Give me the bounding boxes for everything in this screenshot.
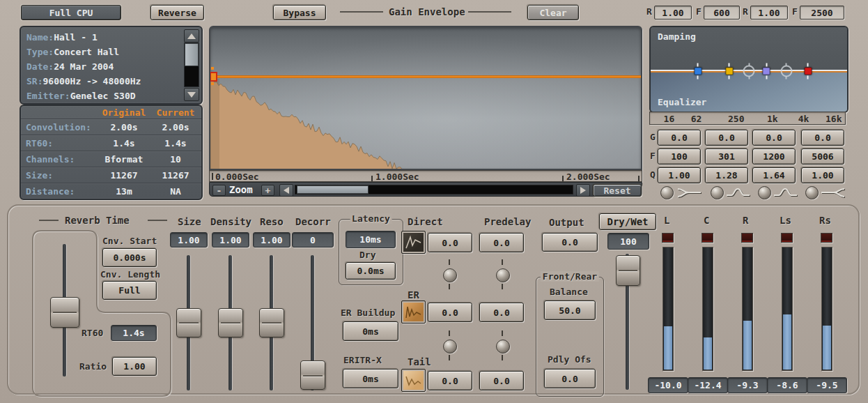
cnv-length-field[interactable]: Full bbox=[102, 281, 157, 300]
preset-scrollbar-track[interactable] bbox=[184, 43, 199, 87]
full-cpu-button[interactable]: Full CPU bbox=[21, 5, 121, 20]
latency-display[interactable]: 10ms bbox=[346, 231, 396, 248]
filter-type-button-4[interactable] bbox=[805, 186, 819, 199]
er-buildup-label: ER Buildup bbox=[341, 307, 395, 318]
zoom-in-button[interactable]: + bbox=[261, 185, 274, 196]
eq-q3-field[interactable]: 1.64 bbox=[752, 167, 796, 183]
zoom-label: Zoom bbox=[229, 184, 253, 195]
eritr-x-field[interactable]: 0ms bbox=[343, 369, 398, 388]
bypass-button[interactable]: Bypass bbox=[273, 5, 326, 20]
reverse-button[interactable]: Reverse bbox=[150, 5, 204, 20]
size-slider-handle[interactable] bbox=[176, 308, 201, 337]
size-slider[interactable] bbox=[176, 255, 200, 390]
eq-g4-field[interactable]: 0.0 bbox=[801, 130, 844, 146]
eq-g2-field[interactable]: 0.0 bbox=[705, 130, 748, 146]
eq-q1-field[interactable]: 1.00 bbox=[658, 167, 701, 183]
clip-indicator-r[interactable] bbox=[741, 233, 753, 243]
eq-f4-field[interactable]: 5006 bbox=[801, 149, 844, 165]
preset-info-panel: Name:Hall - 1 Type:Concert Hall Date:24 … bbox=[20, 26, 203, 105]
er-pan-knob[interactable] bbox=[443, 340, 457, 353]
direct-pan-knob[interactable] bbox=[443, 268, 457, 282]
clear-button[interactable]: Clear bbox=[527, 5, 579, 20]
gain-envelope-line[interactable] bbox=[210, 75, 641, 78]
pdly-ofs-field[interactable]: 0.0 bbox=[544, 369, 596, 388]
dry-wet-slider[interactable] bbox=[616, 254, 639, 390]
eq-q2-field[interactable]: 1.28 bbox=[705, 167, 748, 183]
preset-scroll-down-button[interactable] bbox=[184, 88, 199, 101]
decorr-value-display[interactable]: 0 bbox=[292, 232, 334, 248]
damping-eq-graph[interactable]: Damping Equalizer bbox=[649, 26, 848, 113]
dry-wet-display[interactable]: 100 bbox=[607, 233, 649, 250]
filter-type-button-3[interactable] bbox=[758, 186, 771, 199]
direct-gain-field[interactable]: 0.0 bbox=[428, 233, 472, 252]
eq-band4-point[interactable] bbox=[804, 67, 812, 75]
eq-ghost-point[interactable] bbox=[780, 65, 792, 77]
preset-scroll-up-button[interactable] bbox=[184, 29, 199, 43]
decorr-slider-handle[interactable] bbox=[300, 360, 325, 390]
tail-waveform-icon[interactable] bbox=[401, 369, 426, 392]
clip-indicator-ls[interactable] bbox=[781, 233, 793, 243]
eq-band2-point[interactable] bbox=[725, 67, 733, 75]
dry-wet-slider-handle[interactable] bbox=[616, 255, 640, 286]
zoom-out-button[interactable]: - bbox=[212, 185, 226, 196]
gain-envelope-display[interactable] bbox=[209, 26, 642, 170]
density-value-display[interactable]: 1.00 bbox=[212, 232, 249, 248]
meter-rs bbox=[821, 247, 832, 371]
dry-wet-button[interactable]: Dry/Wet bbox=[599, 213, 656, 230]
rt60-display[interactable]: 1.4s bbox=[111, 325, 157, 341]
damp-f1-field[interactable]: 600 bbox=[704, 6, 740, 20]
filter-type-button-1[interactable] bbox=[660, 186, 674, 199]
cnv-start-field[interactable]: 0.000s bbox=[102, 248, 157, 267]
er-gain-field[interactable]: 0.0 bbox=[428, 303, 472, 322]
clip-indicator-rs[interactable] bbox=[821, 233, 832, 243]
eq-f2-field[interactable]: 301 bbox=[705, 149, 748, 165]
clip-indicator-c[interactable] bbox=[702, 233, 713, 243]
output-field[interactable]: 0.0 bbox=[542, 233, 598, 252]
reset-button[interactable]: Reset bbox=[593, 184, 642, 197]
tail-predelay-field[interactable]: 0.0 bbox=[479, 371, 524, 390]
direct-waveform-icon[interactable] bbox=[401, 231, 426, 254]
balance-field[interactable]: 50.0 bbox=[544, 301, 596, 320]
reso-slider-handle[interactable] bbox=[259, 308, 284, 337]
er-predelay-field[interactable]: 0.0 bbox=[479, 303, 524, 322]
direct-predelay-field[interactable]: 0.0 bbox=[479, 233, 524, 252]
damp-f2-field[interactable]: 2500 bbox=[800, 6, 844, 20]
envelope-scrollbar-track[interactable] bbox=[295, 185, 573, 195]
decorr-slider[interactable] bbox=[300, 255, 324, 390]
filter-type-button-2[interactable] bbox=[711, 186, 724, 199]
damp-r2-field[interactable]: 1.00 bbox=[750, 6, 788, 20]
reverb-time-slider[interactable] bbox=[50, 244, 78, 377]
preset-scrollbar-thumb[interactable] bbox=[185, 43, 199, 66]
eq-ghost-point[interactable] bbox=[743, 65, 755, 77]
size-value-display[interactable]: 1.00 bbox=[170, 232, 208, 248]
eq-q4-field[interactable]: 1.00 bbox=[801, 167, 844, 183]
eq-f1-field[interactable]: 100 bbox=[658, 149, 701, 165]
density-slider[interactable] bbox=[218, 255, 242, 390]
eq-g1-field[interactable]: 0.0 bbox=[658, 130, 701, 146]
reso-slider[interactable] bbox=[259, 255, 283, 390]
er-waveform-icon[interactable] bbox=[401, 301, 426, 324]
knob-tick bbox=[449, 284, 450, 289]
eq-band1-point[interactable] bbox=[694, 67, 702, 75]
dry-latency-field[interactable]: 0.0ms bbox=[346, 262, 396, 280]
predelay-pan-knob-2[interactable] bbox=[496, 340, 510, 353]
table-cell-original: Bformat bbox=[98, 152, 150, 167]
eq-band3-point[interactable] bbox=[763, 67, 770, 75]
predelay-pan-knob-1[interactable] bbox=[496, 268, 510, 282]
gain-envelope-handle[interactable] bbox=[210, 72, 217, 82]
damp-r1-field[interactable]: 1.00 bbox=[654, 6, 692, 20]
er-buildup-field[interactable]: 0ms bbox=[343, 321, 398, 341]
tail-gain-field[interactable]: 0.0 bbox=[428, 371, 472, 390]
clip-indicator-l[interactable] bbox=[662, 233, 674, 243]
eq-f3-field[interactable]: 1200 bbox=[752, 149, 796, 165]
low-shelf-filter-icon bbox=[675, 186, 703, 199]
scroll-left-button[interactable] bbox=[279, 184, 293, 197]
ratio-field[interactable]: 1.00 bbox=[112, 357, 157, 376]
table-cell-original: 2.00s bbox=[98, 120, 150, 135]
density-slider-handle[interactable] bbox=[218, 308, 243, 337]
scroll-right-button[interactable] bbox=[576, 184, 590, 197]
reverb-time-slider-handle[interactable] bbox=[50, 297, 79, 328]
reso-value-display[interactable]: 1.00 bbox=[253, 232, 290, 248]
envelope-scrollbar-thumb[interactable] bbox=[297, 185, 369, 194]
eq-g3-field[interactable]: 0.0 bbox=[752, 130, 796, 146]
